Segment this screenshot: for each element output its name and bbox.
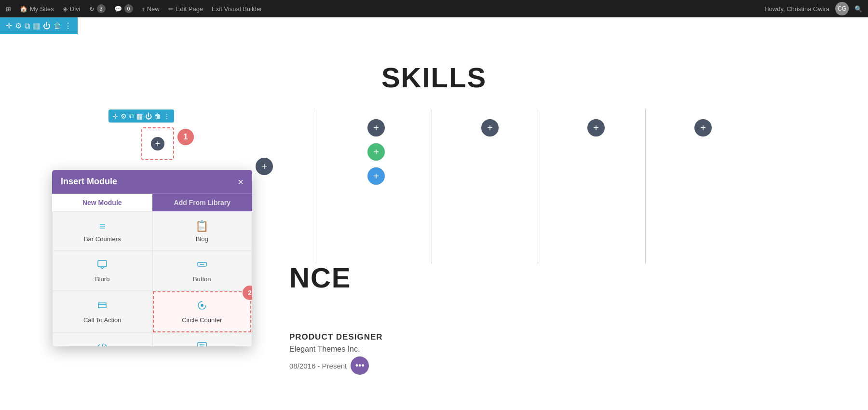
blurb-label: Blurb	[95, 275, 109, 283]
comments-link[interactable]: 💬 0	[114, 4, 133, 13]
module-toolbar: ✛ ⚙ ⧉ ▦ ⏻ 🗑 ⋮	[108, 109, 174, 123]
admin-bar: ⊞ 🏠 My Sites ◈ Divi ↻ 3 💬 0 + New ✏ Edit…	[0, 0, 868, 17]
user-avatar[interactable]: CG	[835, 2, 849, 15]
row-columns-button[interactable]: ▦	[33, 21, 40, 30]
tab-new-module[interactable]: New Module	[52, 194, 152, 211]
bar-counters-label: Bar Counters	[84, 235, 121, 243]
row-toolbar: ✛ ⚙ ⧉ ▦ ⏻ 🗑 ⋮	[0, 17, 78, 34]
step-badge-1: 1	[177, 129, 194, 145]
edit-page-label: Edit Page	[176, 5, 203, 13]
col-divider-1	[316, 109, 316, 264]
row-more-button[interactable]: ⋮	[64, 21, 72, 30]
admin-bar-right: Howdy, Christina Gwira CG 🔍	[764, 2, 862, 15]
module-cell-circle-counter[interactable]: Circle Counter 2	[153, 291, 252, 332]
circle-counter-icon	[197, 300, 207, 314]
edit-icon: ✏	[168, 5, 174, 13]
svg-rect-8	[198, 342, 206, 346]
col4-add-button[interactable]: +	[587, 119, 605, 137]
comments-count: 0	[124, 4, 133, 13]
module-cell-blog[interactable]: 📋 Blog	[153, 212, 252, 250]
insert-module-panel: Insert Module × New Module Add From Libr…	[52, 170, 252, 346]
circle-counter-label: Circle Counter	[182, 316, 222, 324]
col2-add-button-green[interactable]: +	[367, 143, 385, 161]
panel-tabs: New Module Add From Library	[52, 193, 252, 211]
blog-label: Blog	[196, 235, 208, 243]
module-cell-bar-counters[interactable]: ≡ Bar Counters	[53, 212, 152, 250]
sync-link[interactable]: ↻ 3	[89, 4, 106, 13]
company-name: Elegant Themes Inc.	[289, 345, 383, 354]
home-icon: 🏠	[20, 5, 27, 13]
more-options-icon: •••	[355, 361, 365, 371]
col5-add-button[interactable]: +	[694, 119, 712, 137]
date-range: 08/2016 - Present •••	[289, 356, 383, 375]
call-to-action-label: Call To Action	[83, 316, 122, 324]
col-divider-2	[432, 109, 432, 264]
row-duplicate-button[interactable]: ⧉	[25, 22, 30, 30]
col2-add-button-dark[interactable]: +	[367, 119, 385, 137]
col-divider-4	[645, 109, 646, 264]
module-duplicate-button[interactable]: ⧉	[129, 112, 134, 120]
svg-line-7	[101, 343, 103, 346]
module-cell-code[interactable]: Code	[53, 333, 152, 346]
divi-label: Divi	[70, 5, 81, 13]
sync-count: 3	[97, 4, 106, 13]
svg-marker-3	[98, 303, 106, 308]
blog-icon: 📋	[195, 220, 208, 232]
placeholder-add-button[interactable]: +	[151, 137, 164, 150]
col2-add-button-blue[interactable]: +	[367, 167, 385, 185]
module-cell-blurb[interactable]: Blurb	[53, 251, 152, 290]
panel-title: Insert Module	[61, 177, 117, 187]
module-power-button[interactable]: ⏻	[145, 112, 152, 120]
module-trash-button[interactable]: 🗑	[154, 112, 161, 120]
new-label: + New	[142, 5, 160, 13]
my-sites-label: My Sites	[30, 5, 54, 13]
call-to-action-icon	[97, 300, 108, 314]
search-button[interactable]: 🔍	[854, 5, 862, 13]
howdy-label: Howdy, Christina Gwira	[764, 5, 829, 13]
divi-icon: ◈	[63, 5, 68, 13]
edit-page-link[interactable]: ✏ Edit Page	[168, 5, 203, 13]
code-icon	[97, 341, 108, 346]
panel-header: Insert Module ×	[52, 170, 252, 193]
module-settings-button[interactable]: ⚙	[121, 112, 127, 120]
button-icon	[197, 259, 207, 273]
date-range-text: 08/2016 - Present	[289, 362, 347, 370]
button-label: Button	[193, 275, 211, 283]
wp-logo[interactable]: ⊞	[6, 5, 11, 13]
my-sites-link[interactable]: 🏠 My Sites	[20, 5, 54, 13]
exit-builder-link[interactable]: Exit Visual Builder	[212, 5, 262, 13]
divi-link[interactable]: ◈ Divi	[63, 5, 81, 13]
bar-counters-icon: ≡	[99, 220, 106, 232]
module-cell-comments[interactable]: Comments	[153, 333, 252, 346]
module-cell-button[interactable]: Button	[153, 251, 252, 290]
module-cell-call-to-action[interactable]: Call To Action	[53, 291, 152, 332]
resume-section: NCE PRODUCT DESIGNER Elegant Themes Inc.…	[289, 261, 383, 375]
row-trash-button[interactable]: 🗑	[54, 22, 61, 30]
skills-heading: SKILLS	[0, 35, 868, 94]
row-power-button[interactable]: ⏻	[43, 22, 51, 30]
new-link[interactable]: + New	[142, 5, 160, 13]
module-move-button[interactable]: ✛	[112, 112, 118, 120]
step-badge-2: 2	[243, 286, 252, 300]
experience-text: NCE	[289, 261, 383, 294]
job-title: PRODUCT DESIGNER	[289, 332, 383, 342]
comments-module-icon	[197, 341, 207, 346]
row-move-button[interactable]: ✛	[6, 21, 12, 30]
svg-point-6	[201, 304, 203, 307]
more-options-button[interactable]: •••	[351, 356, 369, 375]
module-grid: ≡ Bar Counters 📋 Blog Blurb Button	[52, 211, 252, 346]
col1-add-button[interactable]: +	[256, 158, 273, 175]
module-columns-button[interactable]: ▦	[136, 112, 143, 120]
module-placeholder: +	[141, 127, 174, 160]
blurb-icon	[97, 259, 108, 273]
svg-rect-0	[98, 260, 107, 267]
sync-icon: ↻	[89, 5, 95, 13]
exit-builder-label: Exit Visual Builder	[212, 5, 262, 13]
module-more-button[interactable]: ⋮	[163, 112, 170, 120]
row-settings-button[interactable]: ⚙	[15, 21, 22, 30]
col3-add-button[interactable]: +	[481, 119, 499, 137]
tab-add-from-library[interactable]: Add From Library	[152, 194, 253, 211]
panel-close-button[interactable]: ×	[238, 177, 244, 187]
wp-icon: ⊞	[6, 5, 11, 13]
page-content: SKILLS ✛ ⚙ ⧉ ▦ ⏻ 🗑 ⋮ + 1 Insert Module ×…	[0, 35, 868, 410]
